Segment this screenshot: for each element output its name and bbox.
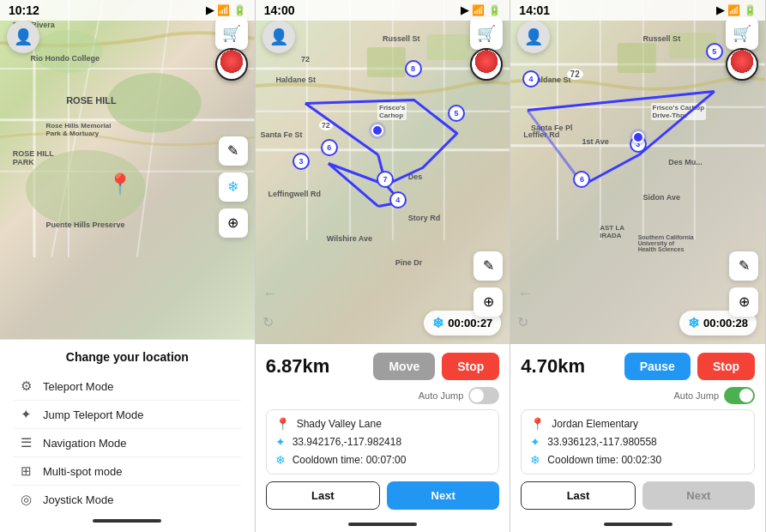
menu-title-1: Change your location [14,350,241,364]
back-arrow-3[interactable]: ← [517,285,533,303]
location-coords-row-3: ✦ 33.936123,-117.980558 [530,435,745,449]
edit-icon-2: ✎ [483,257,494,274]
menu-item-navigation[interactable]: ☰ Navigation Mode [14,429,241,457]
last-button-2[interactable]: Last [266,481,380,510]
battery-icon-3: 🔋 [744,4,757,16]
map-area-3: 14:01 ▶ 📶 🔋 [510,0,765,344]
back-arrow-2[interactable]: ← [262,285,278,303]
crosshair-button-1[interactable]: ⊕ [219,209,248,238]
nav-arrow-icon-2: ▶ [461,4,468,16]
status-bar-2: 14:00 ▶ 📶 🔋 [256,0,510,21]
auto-jump-toggle-3[interactable] [724,387,755,404]
timer-display-2: 00:00:27 [448,317,492,329]
stop-button-2[interactable]: Stop [442,353,499,380]
snowflake-icon-1: ❄ [227,178,238,195]
route-distance-3: 4.70km [521,355,585,378]
snowflake-timer-icon-3: ❄ [688,315,699,331]
teleport-icon: ⚙ [17,378,34,394]
cooldown-icon-2: ❄ [275,453,286,467]
route-bottom-2: 6.87km Move Stop Auto Jump 📍 Shady Valle… [256,344,510,517]
map-controls-1: ✎ ❄ ⊕ [219,136,248,238]
map-background-3: 14:01 ▶ 📶 🔋 [510,0,765,344]
svg-line-34 [583,155,639,185]
svg-line-19 [305,104,378,155]
auto-jump-row-2: Auto Jump [266,387,500,404]
wifi-icon-3: 📶 [727,4,740,16]
jump-teleport-icon: ✦ [17,407,34,422]
move-button-2[interactable]: Move [373,353,435,380]
status-icons-3: ▶ 📶 🔋 [716,4,757,16]
location-dot-icon-3: 📍 [530,417,545,431]
edit-button-2[interactable]: ✎ [473,251,503,281]
last-button-3[interactable]: Last [521,481,635,510]
edit-icon-1: ✎ [227,142,238,159]
map-label-memorial: Rose Hills MemorialPark & Mortuary [45,122,111,137]
next-button-3: Next [642,481,755,510]
menu-item-multispot[interactable]: ⊞ Multi-spot mode [14,457,241,486]
location-name-row-2: 📍 Shady Valley Lane [275,417,491,431]
map-label-rio: Rio Hondo College [31,54,100,63]
crosshair-icon-1: ⊕ [227,215,238,231]
next-button-2[interactable]: Next [387,481,499,510]
map-label-rose-hill-park: ROSE HILLPARK [13,149,54,166]
location-name-3: Jordan Elementary [552,418,638,430]
auto-jump-label-2: Auto Jump [419,390,464,401]
shopping-cart-icon-3: 🛒 [733,24,751,43]
avatar-button-1[interactable]: 👤 [7,21,39,53]
auto-jump-toggle-2[interactable] [468,387,499,404]
crosshair-icon-2: ⊕ [483,293,494,310]
shopping-button-2[interactable]: 🛒 [470,17,503,50]
menu-item-joystick[interactable]: ◎ Joystick Mode [14,486,241,513]
navigation-icon: ☰ [17,435,34,450]
stop-button-3[interactable]: Stop [697,353,755,380]
pokeball-button-3[interactable] [726,48,758,81]
svg-line-22 [329,164,378,207]
shopping-button-1[interactable]: 🛒 [215,17,248,50]
waypoint-4-3: 4 [522,70,540,88]
waypoint-3: 3 [293,153,310,170]
map-label-puente: Puente Hills Preserve [45,221,124,229]
avatar-button-2[interactable]: 👤 [262,21,295,53]
crosshair-button-2[interactable]: ⊕ [473,287,503,317]
location-name-2: Shady Valley Lane [297,418,382,430]
joystick-label: Joystick Mode [43,493,113,506]
home-bar-3 [604,523,673,526]
coords-icon-3: ✦ [530,435,540,449]
map-label-rose-hill: ROSE HILL [66,95,117,106]
location-pin-1[interactable]: 📍 [107,172,133,196]
pokeball-button-1[interactable] [215,48,248,81]
snowflake-button-1[interactable]: ❄ [219,172,248,202]
refresh-2[interactable]: ↻ [262,314,274,330]
battery-icon-1: 🔋 [233,4,246,16]
navigation-label: Navigation Mode [43,437,127,450]
waypoint-4: 4 [389,191,407,209]
location-dot-icon-2: 📍 [275,417,290,431]
multispot-icon: ⊞ [17,463,34,479]
home-indicator-2 [256,517,510,532]
pause-button-3[interactable]: Pause [624,353,691,380]
route-distance-2: 6.87km [266,355,330,378]
status-bar-1: 10:12 ▶ 📶 🔋 [0,0,255,21]
route-top-row-2: 6.87km Move Stop [266,353,500,380]
panel-2: 14:00 ▶ 📶 🔋 [256,0,511,532]
crosshair-button-3[interactable]: ⊕ [729,287,758,317]
svg-line-33 [639,92,715,155]
joystick-icon: ◎ [17,492,34,507]
shopping-button-3[interactable]: 🛒 [726,17,758,50]
location-arrow-icon-1: ▶ [206,4,214,16]
edit-button-3[interactable]: ✎ [729,251,758,281]
auto-jump-row-3: Auto Jump [521,387,755,404]
panel-1: 10:12 ▶ 📶 🔋 [0,0,256,532]
map-controls-3: ✎ ⊕ [729,251,758,317]
current-position-3 [632,131,644,143]
home-indicator-3 [510,517,765,532]
crosshair-icon-3: ⊕ [739,293,750,310]
menu-item-jump-teleport[interactable]: ✦ Jump Teleport Mode [14,401,241,429]
nav-buttons-2: Last Next [266,481,500,510]
menu-item-teleport[interactable]: ⚙ Teleport Mode [14,372,241,401]
edit-button-1[interactable]: ✎ [219,136,248,166]
multispot-label: Multi-spot mode [43,465,122,478]
coords-icon-2: ✦ [275,435,286,449]
refresh-3[interactable]: ↻ [517,314,528,330]
bottom-panel-1: Change your location ⚙ Teleport Mode ✦ J… [0,339,255,532]
